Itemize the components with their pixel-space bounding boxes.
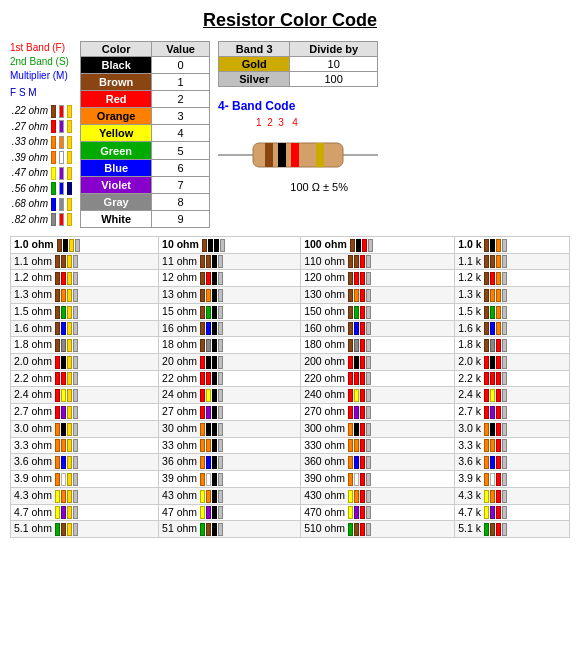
band-strip [348,289,353,302]
band-strip [484,506,489,519]
band-strip [490,456,495,469]
fsm-label: F S M [10,87,72,98]
band-strip [490,255,495,268]
band-strip [348,389,353,402]
band-strip [490,356,495,369]
data-cell: 3.9 k [455,471,570,488]
band-strip [366,523,371,536]
band-strip [212,272,217,285]
data-cell: 13 ohm [159,287,301,304]
band-strip [502,272,507,285]
data-cell: 27 ohm [159,404,301,421]
band-strip [366,322,371,335]
band2-strip [59,198,64,211]
band-strip [490,473,495,486]
band-strip [348,272,353,285]
band-strip [212,372,217,385]
data-cell: 1.8 k [455,337,570,354]
band-strip [484,406,489,419]
band-strip [218,272,223,285]
band1-strip [51,182,56,195]
band-strip [502,356,507,369]
color-cell: Orange [81,108,152,125]
band-strip [61,439,66,452]
band-strip [200,272,205,285]
ohm-label: 100 Ω ± 5% [218,181,348,193]
data-cell: 2.2 ohm [11,370,159,387]
band-strip [73,456,78,469]
band-strip [348,439,353,452]
band-strip [366,456,371,469]
band-strip [360,506,365,519]
band-strip [354,456,359,469]
band-strip [490,239,495,252]
data-cell: 150 ohm [301,303,455,320]
band3-value-cell: 100 [290,72,378,87]
four-band-label: 4- Band Code [218,99,378,113]
color-cell: Brown [81,74,152,91]
band-strip [206,490,211,503]
band-strip [484,389,489,402]
band-strip [55,406,60,419]
data-cell: 36 ohm [159,454,301,471]
band-strip [502,439,507,452]
data-cell: 360 ohm [301,454,455,471]
band3-strip [67,151,72,164]
band-strip [366,439,371,452]
data-cell: 510 ohm [301,521,455,538]
band-strip [67,506,72,519]
band-strip [212,473,217,486]
data-cell: 180 ohm [301,337,455,354]
band-strip [354,372,359,385]
page-title: Resistor Color Code [10,10,570,31]
band-strip [348,506,353,519]
band-strip [206,272,211,285]
data-cell: 1.2 k [455,270,570,287]
band-strip [61,255,66,268]
band-strip [484,456,489,469]
band-strip [484,322,489,335]
band-strip [200,356,205,369]
band-strip [206,439,211,452]
value-cell: 4 [152,125,210,142]
band-strip [502,456,507,469]
band-strip [354,490,359,503]
band-strip [502,389,507,402]
data-cell: 4.3 k [455,487,570,504]
data-cell: 12 ohm [159,270,301,287]
band-strip [348,523,353,536]
band-strip [496,356,501,369]
band-strip [212,322,217,335]
band-strip [356,239,361,252]
band-strip [490,490,495,503]
band-strip [55,272,60,285]
band-strip [61,456,66,469]
band-strip [484,306,489,319]
band2-strip [59,182,64,195]
band2-strip [59,213,64,226]
data-cell: 1.0 ohm [11,237,159,254]
band-strip [61,356,66,369]
data-cell: 300 ohm [301,420,455,437]
data-cell: 33 ohm [159,437,301,454]
band-strip [200,456,205,469]
band-strip [484,473,489,486]
band-strip [348,339,353,352]
band-strip [218,456,223,469]
svg-rect-3 [265,143,273,167]
data-cell: 2.2 k [455,370,570,387]
band3-table: Band 3 Divide by Gold 10 Silver 100 [218,41,378,87]
data-cell: 390 ohm [301,471,455,488]
band-strip [484,490,489,503]
band-strip [73,506,78,519]
band-strip [360,306,365,319]
band-strip [502,322,507,335]
band-strip [348,306,353,319]
band-strip [61,289,66,302]
band-strip [214,239,219,252]
band-strip [61,490,66,503]
band-strip [73,406,78,419]
band-strip [73,473,78,486]
band-strip [55,255,60,268]
band-strip [73,255,78,268]
